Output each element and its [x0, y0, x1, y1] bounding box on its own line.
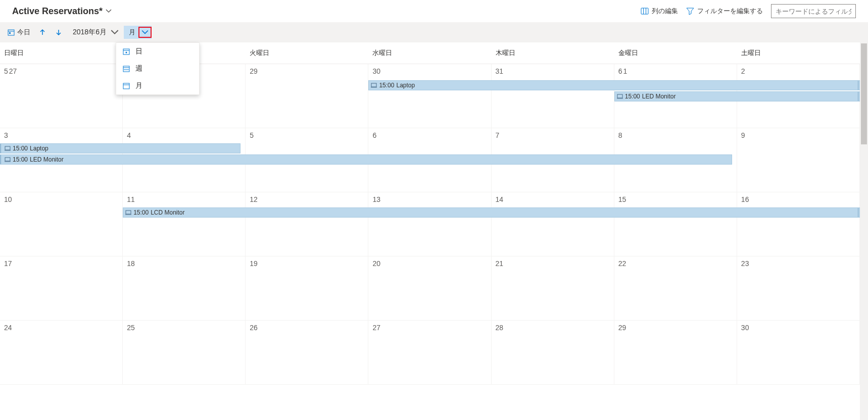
arrow-up-icon [38, 28, 46, 36]
view-option-day[interactable]: 日 [116, 43, 199, 60]
calendar-date: 10 [4, 195, 12, 203]
calendar-date: 28 [496, 324, 504, 332]
day-name: 日曜日 [0, 42, 123, 64]
event-label: LED Monitor [642, 93, 676, 100]
calendar-date: 3 [4, 131, 8, 139]
event-label: LCD Monitor [151, 209, 184, 216]
today-button[interactable]: 今日 [4, 26, 33, 39]
view-option-week[interactable]: 週 [116, 60, 199, 77]
edit-filters-label: フィルターを編集する [697, 7, 763, 16]
calendar-toolbar: 今日 2018年6月 月 日 週 月 [0, 22, 868, 42]
reservation-icon [5, 156, 11, 163]
event-lcd-monitor[interactable]: 15:00 LCD Monitor [123, 207, 860, 218]
calendar-date: 22 [618, 259, 626, 268]
event-label: LED Monitor [30, 156, 64, 163]
calendar-date: 14 [496, 195, 504, 203]
calendar-cell[interactable]: 22 [614, 256, 737, 321]
calendar-cell[interactable]: 10 [0, 192, 123, 256]
event-time: 15:00 [13, 156, 28, 163]
calendar-cell[interactable]: 27 [368, 321, 491, 385]
prev-button[interactable] [35, 26, 50, 38]
calendar-cell[interactable]: 527 [0, 64, 123, 128]
calendar-cell[interactable]: 24 [0, 321, 123, 385]
calendar-date: 4 [127, 131, 131, 139]
calendar-cell[interactable]: 20 [368, 256, 491, 321]
calendar-cell[interactable]: 21 [492, 256, 614, 321]
calendar-date: 9 [741, 131, 745, 139]
month-label: 2018年6月 [71, 28, 109, 37]
calendar-date: 30 [372, 67, 380, 75]
svg-rect-20 [5, 146, 10, 150]
view-option-month[interactable]: 月 [116, 77, 199, 94]
calendar-cell[interactable]: 31 [492, 64, 614, 128]
calendar-cell[interactable]: 16 [737, 192, 860, 256]
calendar-cell[interactable]: 29 [246, 64, 368, 128]
calendar-month-icon [122, 82, 130, 90]
edit-filters-button[interactable]: フィルターを編集する [686, 7, 763, 16]
calendar-cell[interactable]: 11 [123, 192, 246, 256]
calendar-cell[interactable]: 26 [246, 321, 368, 385]
day-name: 火曜日 [246, 42, 368, 64]
calendar-date: 29 [250, 67, 258, 75]
calendar-cell[interactable]: 13 [368, 192, 491, 256]
calendar-date: 20 [372, 259, 380, 268]
calendar-cell[interactable]: 18 [123, 256, 246, 321]
calendar-date: 19 [250, 259, 258, 268]
event-laptop[interactable]: 15:00 Laptop [368, 80, 860, 90]
reservation-icon [617, 93, 623, 99]
event-laptop-cont[interactable]: 15:00 Laptop [0, 143, 240, 153]
next-button[interactable] [52, 26, 66, 38]
calendar-cell[interactable]: 25 [123, 321, 246, 385]
calendar-date: 25 [127, 324, 135, 332]
event-label: Laptop [396, 82, 415, 89]
search-input[interactable] [771, 4, 856, 18]
calendar-date: 12 [250, 195, 258, 203]
event-led-monitor-cont[interactable]: 15:00 LED Monitor [0, 154, 732, 165]
page-title: Active Reservations* [12, 6, 103, 17]
calendar-date: 15 [618, 195, 626, 203]
calendar-cell[interactable]: 17 [0, 256, 123, 321]
calendar-date: 27 [372, 324, 380, 332]
calendar-cell[interactable]: 9 [737, 128, 860, 192]
calendar-date: 21 [496, 259, 504, 268]
title-group[interactable]: Active Reservations* [12, 6, 641, 17]
calendar-date: 23 [741, 259, 749, 268]
month-picker[interactable]: 2018年6月 [68, 26, 122, 39]
event-led-monitor[interactable]: 15:00 LED Monitor [614, 91, 860, 101]
reservation-icon [125, 209, 131, 216]
svg-point-10 [126, 52, 127, 54]
svg-rect-22 [5, 158, 10, 161]
calendar-date: 31 [496, 67, 504, 75]
view-dropdown: 日 週 月 [116, 42, 200, 95]
calendar-cell[interactable]: 23 [737, 256, 860, 321]
calendar-cell[interactable]: 12 [246, 192, 368, 256]
view-option-week-label: 週 [135, 64, 142, 73]
columns-icon [641, 7, 649, 15]
svg-rect-5 [9, 32, 11, 34]
view-selector-dropdown-toggle[interactable] [138, 27, 152, 38]
event-time: 15:00 [625, 93, 640, 100]
arrow-down-icon [55, 28, 63, 36]
calendar-cell[interactable]: 28 [492, 321, 614, 385]
calendar-cell[interactable]: 30 [737, 321, 860, 385]
calendar-date: 24 [4, 324, 12, 332]
filter-icon [686, 7, 694, 15]
scrollbar[interactable] [860, 42, 868, 420]
event-time: 15:00 [13, 145, 28, 152]
svg-rect-16 [371, 83, 376, 87]
view-option-day-label: 日 [135, 47, 142, 56]
edit-columns-label: 列の編集 [652, 7, 678, 16]
page-header: Active Reservations* 列の編集 フィルターを編集する [0, 0, 868, 22]
calendar-cell[interactable]: 30 [368, 64, 491, 128]
calendar-day-icon [122, 47, 130, 56]
edit-columns-button[interactable]: 列の編集 [641, 7, 678, 16]
scroll-thumb[interactable] [861, 43, 867, 144]
calendar-cell[interactable]: 29 [614, 321, 737, 385]
view-option-month-label: 月 [135, 81, 142, 90]
calendar-cell[interactable]: 15 [614, 192, 737, 256]
view-selector-current[interactable]: 月 [124, 26, 138, 39]
calendar-cell[interactable]: 14 [492, 192, 614, 256]
today-label: 今日 [17, 28, 30, 37]
calendar-cell[interactable]: 19 [246, 256, 368, 321]
view-selector[interactable]: 月 [124, 26, 152, 39]
